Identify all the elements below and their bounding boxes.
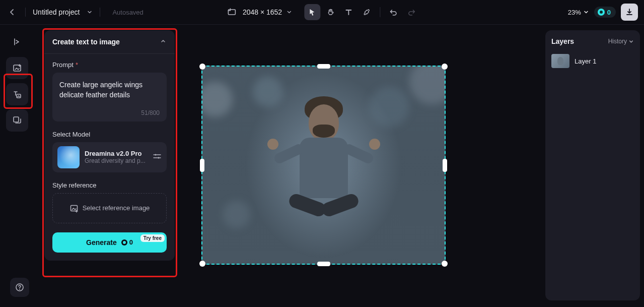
chevron-down-icon	[628, 39, 634, 44]
credit-icon	[597, 8, 605, 16]
aspect-ratio-icon[interactable]	[225, 5, 239, 19]
hand-tool[interactable]	[322, 4, 338, 20]
divider	[25, 8, 26, 17]
image-add-icon	[69, 204, 79, 213]
credit-icon	[121, 239, 128, 246]
history-tab[interactable]: History	[608, 38, 634, 45]
generate-cost: 0	[129, 238, 133, 246]
canvas-selection[interactable]	[201, 66, 446, 265]
select-model-label: Select Model	[52, 131, 167, 138]
download-button[interactable]	[621, 4, 638, 21]
text-to-image-tool[interactable]	[6, 83, 28, 105]
layers-title: Layers	[551, 37, 574, 45]
try-free-badge: Try free	[140, 234, 165, 242]
credits-count: 0	[607, 9, 611, 16]
chevron-down-icon	[583, 9, 589, 15]
redo-button[interactable]	[403, 4, 419, 20]
resize-handle[interactable]	[317, 262, 330, 266]
generate-label: Generate	[86, 238, 117, 247]
divider	[380, 7, 380, 17]
eyedropper-tool[interactable]	[359, 4, 375, 20]
model-settings-icon[interactable]	[153, 152, 162, 163]
svg-point-9	[123, 241, 126, 244]
resize-handle[interactable]	[199, 64, 205, 70]
credits-badge[interactable]: 0	[594, 7, 616, 18]
style-ref-placeholder: Select reference image	[83, 204, 150, 212]
layer-thumbnail	[551, 54, 569, 68]
canvas-area[interactable]	[181, 30, 540, 301]
project-title[interactable]: Untitled project	[33, 8, 80, 16]
prompt-text: Create large angelic wings delicate feat…	[59, 80, 160, 100]
undo-button[interactable]	[385, 4, 401, 20]
svg-point-11	[19, 289, 20, 290]
model-description: Great diversity and p...	[85, 157, 148, 164]
char-count: 51/800	[59, 109, 160, 116]
project-title-chevron-icon[interactable]	[87, 9, 93, 15]
resize-handle[interactable]	[443, 159, 447, 172]
layers-panel: Layers History Layer 1	[545, 30, 640, 300]
layer-name: Layer 1	[575, 57, 596, 65]
canvas-image	[202, 67, 445, 264]
collapse-panel-icon[interactable]	[160, 37, 167, 46]
style-reference-label: Style reference	[52, 181, 167, 189]
prompt-input[interactable]: Create large angelic wings delicate feat…	[52, 73, 167, 121]
svg-rect-4	[14, 117, 19, 122]
help-button[interactable]	[10, 278, 29, 297]
layer-item[interactable]: Layer 1	[551, 52, 634, 70]
text-to-image-panel: Create text to image Prompt* Create larg…	[44, 30, 175, 261]
panel-title: Create text to image	[52, 38, 120, 46]
text-tool[interactable]	[340, 4, 356, 20]
resize-handle[interactable]	[317, 64, 330, 69]
resize-handle[interactable]	[442, 64, 448, 70]
zoom-value: 23%	[568, 9, 581, 16]
model-selector[interactable]: Dreamina v2.0 Pro Great diversity and p.…	[52, 142, 167, 172]
style-reference-dropzone[interactable]: Select reference image	[52, 193, 167, 223]
prompt-label: Prompt*	[52, 61, 167, 69]
model-name: Dreamina v2.0 Pro	[85, 150, 148, 157]
resize-handle[interactable]	[442, 261, 448, 267]
canvas-dimensions[interactable]: 2048 × 1652	[243, 8, 282, 16]
resize-handle[interactable]	[199, 261, 205, 267]
expand-sidebar-button[interactable]	[6, 31, 28, 53]
autosaved-label: Autosaved	[112, 9, 143, 16]
model-thumbnail	[57, 146, 80, 168]
layers-tool[interactable]	[6, 109, 28, 132]
dimensions-chevron-icon[interactable]	[286, 9, 292, 15]
generate-button[interactable]: Generate 0 Try free	[52, 232, 167, 253]
zoom-level[interactable]: 23%	[568, 9, 589, 16]
pointer-tool[interactable]	[304, 4, 320, 20]
back-button[interactable]	[6, 6, 18, 18]
add-image-tool[interactable]	[6, 57, 28, 79]
resize-handle[interactable]	[200, 159, 204, 172]
divider	[100, 8, 100, 17]
